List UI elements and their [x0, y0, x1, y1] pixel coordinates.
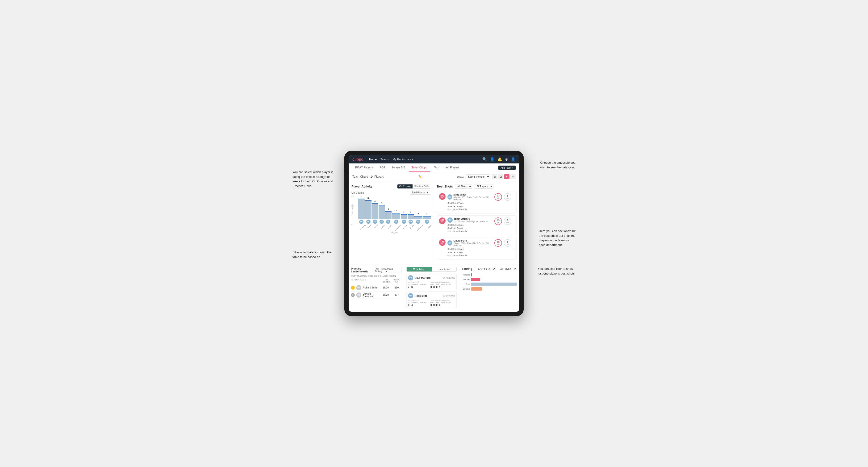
- pl-rank-badge: 1: [351, 286, 355, 290]
- most-active-panel: Most Active Least Active BM Blair McHarg…: [404, 264, 460, 312]
- stat-remaining: 0 yds: [504, 217, 512, 225]
- bar-group: 3 RBu R. Butler: [401, 195, 407, 226]
- nav-link-teams[interactable]: Teams: [380, 158, 389, 161]
- chart-filter[interactable]: Total Rounds ▼: [410, 191, 431, 195]
- bar-group: 2 LR L. Robertson: [423, 195, 431, 226]
- pl-col-player-name: PLAYER NAME: [351, 279, 381, 283]
- ma-arg: 0: [436, 286, 437, 288]
- player-activity-panel: Player Activity On Course Practice Drill…: [349, 181, 434, 264]
- ma-rounds-label: Total Rounds: [408, 281, 427, 283]
- scoring-row: Birdies 96: [462, 278, 517, 281]
- pl-col-pb-avg: PB AVG SQ: [392, 279, 401, 283]
- chart-label-row: On Course Total Rounds ▼: [351, 191, 431, 195]
- shot-stats: 67 yds 0 yds: [494, 193, 512, 201]
- ma-activities-vals: 0 0 0 1: [431, 286, 451, 288]
- view-list-icon[interactable]: ≡: [510, 174, 516, 179]
- tab-pgat-players[interactable]: PGAT Players: [352, 163, 376, 172]
- shot-card[interactable]: 198 SG DF David Ford 24 Aug 2023 · Royal…: [437, 237, 517, 259]
- ma-activities-sublabels: GTTAPPARGPUTT: [431, 283, 451, 286]
- user-icon[interactable]: 👤: [490, 157, 495, 161]
- ma-putt: 1: [439, 286, 440, 288]
- shot-player-row: BM Blair McHarg 23 Jul 2023 · Ashridge G…: [447, 217, 493, 223]
- scoring-bar: [471, 273, 472, 276]
- shot-player-info: MM Matt Miller 09 Jun 2023 · Royal North…: [447, 193, 493, 211]
- view-grid-icon[interactable]: ⊞: [492, 174, 497, 179]
- search-icon[interactable]: 🔍: [483, 157, 487, 161]
- show-label: Show:: [456, 175, 464, 178]
- pl-row[interactable]: 2 EC Edward Crossman 18/20 107: [351, 291, 401, 299]
- scoring-bar-wrap: 499: [471, 283, 517, 286]
- ma-rounds-group: Total Rounds TournamentPractice 8 4: [408, 299, 427, 306]
- scoring-bar: [471, 283, 517, 286]
- all-shots-filter[interactable]: All Shots: [455, 184, 472, 189]
- shot-player-name: Matt Miller: [454, 193, 493, 196]
- tab-tour[interactable]: Tour: [431, 163, 442, 172]
- ma-activities-label: Total Practice Activities: [431, 299, 451, 302]
- ma-name: Rees Britt: [415, 294, 427, 297]
- scoring-bar-wrap: 3: [471, 273, 517, 276]
- pl-title: Practice Leaderboards: [351, 267, 373, 273]
- shot-cards-container: 200 SG MM Matt Miller 09 Jun 2023 · Roya…: [437, 191, 517, 259]
- ma-activities-group: Total Practice Activities GTTAPPARGPUTT …: [431, 299, 451, 306]
- edit-icon[interactable]: ✏️: [418, 175, 422, 178]
- bar-group: 12 RB R. Britt: [365, 195, 371, 226]
- shot-card[interactable]: 200 SG MM Matt Miller 09 Jun 2023 · Roya…: [437, 191, 517, 214]
- ma-app: 0: [433, 286, 435, 288]
- scoring-header: Scoring Par 3, 4 & 5s All Players: [462, 267, 517, 271]
- tab-hcaps[interactable]: Hcaps 1-5: [389, 163, 408, 172]
- annotation-top-right: Choose the timescale you wish to see the…: [540, 160, 576, 169]
- scoring-panel: Scoring Par 3, 4 & 5s All Players Eagles…: [459, 264, 519, 312]
- pl-filter[interactable]: PUTT Must Make Putting ... ▼: [373, 267, 401, 273]
- pl-avatar: EC: [356, 292, 361, 298]
- bar-group: 9 JC J. Coles: [379, 195, 385, 226]
- profile-icon[interactable]: 👤: [511, 157, 516, 161]
- scoring-bar: [471, 287, 482, 290]
- tablet-frame: clippd Home Teams My Performance 🔍 👤 🔔 ⊕…: [344, 151, 524, 316]
- tab-team-clippd[interactable]: Team Clippd: [409, 163, 430, 172]
- pl-avg: 110: [392, 286, 401, 289]
- scoring-bar-label: Pars: [462, 283, 470, 285]
- bar-group: 4 GB G. Billingham: [392, 195, 401, 226]
- shot-stats: 16 yds 0 yds: [494, 239, 512, 247]
- shot-details: Shot Dist: 67 ydsStart Lie: RoughEnd Lie…: [447, 201, 493, 211]
- scoring-filter2[interactable]: All Players: [498, 267, 517, 271]
- bar-group: 13 BM B. McHarg: [358, 195, 365, 226]
- shot-player-name-group: Blair McHarg 23 Jul 2023 · Ashridge GC, …: [454, 217, 488, 223]
- view-grid2-icon[interactable]: ⊟: [498, 174, 503, 179]
- view-heart-icon[interactable]: ♥: [504, 174, 509, 179]
- scoring-filter1[interactable]: Par 3, 4 & 5s: [474, 267, 496, 271]
- show-select[interactable]: Last 3 months Last 6 months Last year: [466, 174, 490, 179]
- ma-rounds-vals: 7 6: [408, 286, 427, 288]
- activity-toggle: On Course Practice Drills: [397, 184, 431, 189]
- bell-icon[interactable]: 🔔: [497, 157, 502, 161]
- nav-link-home[interactable]: Home: [369, 158, 377, 161]
- chart-area: On Course Total Rounds ▼ 151050: [351, 191, 431, 234]
- tab-all-players[interactable]: All Players: [443, 163, 462, 172]
- tab-pga[interactable]: PGA: [377, 163, 388, 172]
- add-icon[interactable]: ⊕: [505, 157, 508, 161]
- pl-row[interactable]: 1 RB Richard Butler 19/20 110: [351, 284, 401, 291]
- ma-activities-label: Total Practice Activities: [431, 281, 451, 283]
- toggle-practice-drills[interactable]: Practice Drills: [412, 184, 431, 188]
- shot-course: 24 Aug 2023 · Royal North Devon GC, Hole…: [454, 242, 493, 247]
- all-players-filter[interactable]: All Players: [474, 184, 493, 189]
- shot-card[interactable]: 200 SG BM Blair McHarg 23 Jul 2023 · Ash…: [437, 215, 517, 236]
- ma-tournament-val: 7: [408, 286, 409, 288]
- bar-group: 5 EE E. Ebert: [385, 195, 391, 226]
- nav-link-performance[interactable]: My Performance: [393, 158, 413, 161]
- annotation-bottom-left: Filter what data you wish the table to b…: [292, 250, 331, 259]
- stat-distance: 16 yds: [494, 239, 502, 247]
- least-active-btn[interactable]: Least Active: [432, 267, 457, 272]
- add-team-button[interactable]: Add Team +: [498, 165, 516, 170]
- main-content: Player Activity On Course Practice Drill…: [349, 181, 519, 264]
- shot-course: 23 Jul 2023 · Ashridge GC, Hole 15: [454, 220, 488, 223]
- stat-distance: 67 yds: [494, 193, 502, 201]
- most-active-btn[interactable]: Most Active: [407, 267, 432, 272]
- pl-player-name: Edward Crossman: [363, 292, 380, 298]
- scoring-bar-label: Birdies: [462, 278, 470, 281]
- shot-player-info: DF David Ford 24 Aug 2023 · Royal North …: [447, 239, 493, 257]
- ma-arg: 0: [436, 304, 437, 306]
- ma-player-row: BM Blair McHarg 26 Aug 2023: [408, 275, 455, 280]
- toggle-on-course[interactable]: On Course: [398, 184, 412, 188]
- shot-player-info: BM Blair McHarg 23 Jul 2023 · Ashridge G…: [447, 217, 493, 233]
